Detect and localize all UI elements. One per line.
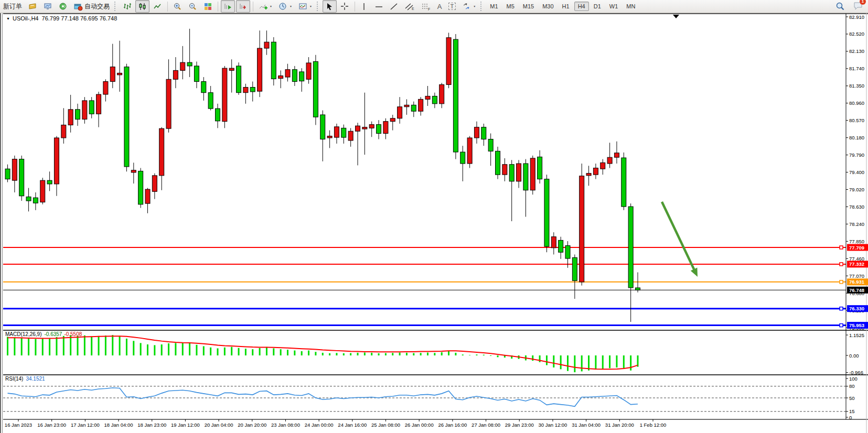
label-tool-button[interactable]: T bbox=[446, 0, 459, 13]
market-watch-button[interactable] bbox=[41, 0, 55, 13]
timeframe-D1[interactable]: D1 bbox=[590, 2, 605, 11]
chat-bubble-icon bbox=[853, 5, 864, 12]
chevron-down-icon[interactable]: ▼ bbox=[309, 5, 312, 8]
svg-text:50: 50 bbox=[849, 395, 855, 401]
candle-body bbox=[572, 257, 577, 280]
candle-body bbox=[551, 237, 556, 248]
candlestick-chart-button[interactable] bbox=[135, 0, 149, 13]
trendline-button[interactable] bbox=[387, 0, 401, 13]
hline-handle[interactable] bbox=[840, 324, 843, 327]
svg-text:76.330: 76.330 bbox=[849, 306, 864, 311]
candle-body bbox=[194, 66, 199, 82]
zoom-in-button[interactable] bbox=[170, 0, 185, 13]
vertical-line-button[interactable] bbox=[358, 0, 371, 13]
line-chart-button[interactable] bbox=[151, 0, 165, 13]
svg-text:18 Jan 23:00: 18 Jan 23:00 bbox=[137, 422, 166, 428]
timeframe-M1[interactable]: M1 bbox=[486, 2, 501, 11]
equidistant-channel-button[interactable]: E bbox=[402, 0, 417, 13]
svg-text:77.070: 77.070 bbox=[849, 273, 864, 279]
symbol-period-label: USOil-,H4 bbox=[13, 15, 39, 21]
cursor-button[interactable] bbox=[323, 0, 337, 13]
bar-chart-button[interactable] bbox=[120, 0, 134, 13]
new-order-button[interactable]: 新订单 bbox=[1, 0, 25, 13]
hline-handle[interactable] bbox=[840, 263, 843, 266]
candle-body bbox=[19, 159, 24, 196]
candle-body bbox=[621, 158, 626, 207]
svg-text:27 Jan 08:00: 27 Jan 08:00 bbox=[471, 422, 500, 428]
candle-body bbox=[110, 67, 115, 82]
chart-symbol-line[interactable]: ▼USOil-,H4 76.799 77.148 76.695 76.748 bbox=[6, 15, 117, 21]
chevron-down-icon[interactable]: ▼ bbox=[290, 5, 292, 8]
candle-body bbox=[159, 128, 164, 176]
timeframe-M5[interactable]: M5 bbox=[503, 2, 518, 11]
auto-scroll-button[interactable] bbox=[221, 0, 235, 13]
new-order-ticket-icon-button[interactable] bbox=[26, 0, 40, 13]
candle-body bbox=[559, 240, 563, 252]
svg-text:17 Jan 12:00: 17 Jan 12:00 bbox=[71, 422, 100, 428]
trendline-icon bbox=[390, 2, 399, 11]
candle-body bbox=[341, 128, 346, 137]
crosshair-button[interactable] bbox=[338, 0, 352, 13]
candle-body bbox=[117, 73, 122, 74]
candle-body bbox=[97, 94, 101, 114]
notifications-button[interactable]: 1 bbox=[853, 1, 864, 12]
arrows-icon bbox=[462, 2, 471, 11]
search-button[interactable] bbox=[833, 0, 848, 13]
rsi-indicator-label: RSI(14)34.1521 bbox=[5, 376, 45, 382]
horizontal-line-button[interactable] bbox=[372, 0, 386, 13]
svg-text:26 Jan 00:00: 26 Jan 00:00 bbox=[405, 422, 434, 428]
horizontal-line-icon bbox=[374, 2, 383, 11]
candle-body bbox=[425, 96, 430, 99]
candle-body bbox=[5, 169, 10, 179]
chevron-down-icon[interactable]: ▼ bbox=[473, 5, 476, 8]
zoom-out-button[interactable] bbox=[186, 0, 200, 13]
svg-text:20 Jan 04:00: 20 Jan 04:00 bbox=[205, 422, 233, 428]
collapse-icon[interactable]: ▼ bbox=[6, 17, 10, 20]
indicators-button[interactable]: ▼ bbox=[256, 0, 275, 13]
signals-button[interactable] bbox=[56, 0, 70, 13]
line-chart-icon bbox=[153, 2, 162, 11]
svg-text:78.630: 78.630 bbox=[849, 204, 864, 210]
chart-shift-button[interactable] bbox=[236, 0, 250, 13]
svg-text:100: 100 bbox=[849, 376, 858, 382]
svg-text:80.180: 80.180 bbox=[849, 135, 864, 140]
chart-canvas[interactable]: 82.91082.52082.13081.74081.35080.96080.5… bbox=[0, 13, 868, 433]
hline-handle[interactable] bbox=[840, 280, 843, 284]
toolbar-separator bbox=[253, 2, 253, 12]
candle-body bbox=[419, 99, 423, 111]
notification-badge: 1 bbox=[860, 0, 866, 5]
toolbar-grip bbox=[317, 2, 319, 11]
timeframe-W1[interactable]: W1 bbox=[606, 2, 622, 11]
candle-body bbox=[278, 76, 283, 79]
templates-icon bbox=[298, 2, 307, 11]
timeframe-MN[interactable]: MN bbox=[623, 2, 639, 11]
candle-body bbox=[432, 96, 437, 103]
chevron-down-icon[interactable]: ▼ bbox=[270, 5, 272, 8]
timeframe-H4[interactable]: H4 bbox=[574, 2, 589, 11]
candle-body bbox=[243, 88, 248, 93]
arrows-tool-button[interactable]: ▼ bbox=[459, 0, 478, 13]
periods-button[interactable]: ▼ bbox=[276, 0, 295, 13]
candle-body bbox=[61, 125, 66, 138]
timeframe-H1[interactable]: H1 bbox=[559, 2, 573, 11]
candle-body bbox=[544, 179, 549, 247]
chart-shift-icon bbox=[239, 2, 248, 11]
templates-button[interactable]: ▼ bbox=[296, 0, 315, 13]
svg-text:1 Feb 12:00: 1 Feb 12:00 bbox=[640, 422, 667, 428]
timeframe-M30[interactable]: M30 bbox=[539, 2, 557, 11]
candle-body bbox=[180, 62, 185, 70]
hline-handle[interactable] bbox=[840, 307, 843, 310]
candle-body bbox=[54, 138, 59, 184]
timeframe-M15[interactable]: M15 bbox=[519, 2, 538, 11]
candle-body bbox=[334, 127, 339, 137]
toolbar-separator bbox=[355, 2, 355, 12]
svg-text:30 Jan 12:00: 30 Jan 12:00 bbox=[538, 422, 567, 428]
text-tool-button[interactable]: A bbox=[435, 0, 445, 13]
auto-trading-button[interactable]: 自动交易 bbox=[71, 0, 112, 13]
hline-handle[interactable] bbox=[840, 246, 843, 249]
tile-windows-button[interactable] bbox=[201, 0, 215, 13]
fibonacci-button[interactable]: F bbox=[419, 0, 434, 13]
svg-text:20 Jan 20:00: 20 Jan 20:00 bbox=[238, 422, 266, 428]
candle-body bbox=[523, 164, 528, 190]
label-tool-icon: T bbox=[448, 3, 456, 10]
